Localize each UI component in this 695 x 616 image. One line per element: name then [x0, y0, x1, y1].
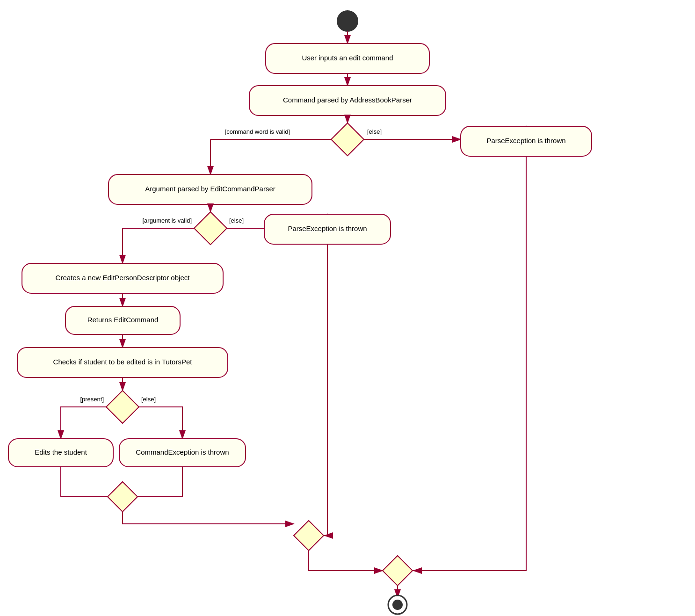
path-d3-ce	[139, 407, 182, 439]
end-inner	[392, 600, 403, 610]
label-else2: [else]	[229, 217, 244, 224]
label-else3: [else]	[141, 396, 156, 403]
path-d2-creates	[123, 228, 194, 263]
start-node	[337, 11, 358, 31]
path-d5-d6	[309, 551, 383, 571]
node-pe2: ParseException is thrown	[264, 214, 391, 244]
svg-marker-26	[294, 521, 324, 551]
svg-text:ParseException is thrown: ParseException is thrown	[288, 225, 367, 232]
svg-text:Argument parsed by EditCommand: Argument parsed by EditCommandParser	[145, 185, 275, 193]
path-d3-edits	[61, 407, 106, 439]
node-returns: Returns EditCommand	[65, 306, 180, 334]
line-pe1-d6	[413, 156, 526, 571]
decision6	[383, 556, 413, 586]
node-ce: CommandException is thrown	[119, 439, 246, 467]
node-user-input: User inputs an edit command	[266, 43, 429, 73]
label-else1: [else]	[367, 128, 382, 135]
svg-text:User inputs an edit command: User inputs an edit command	[302, 54, 393, 62]
decision2	[194, 212, 227, 245]
svg-marker-11	[194, 212, 227, 245]
svg-text:Checks if student to be edited: Checks if student to be edited is in Tut…	[53, 358, 193, 366]
svg-marker-20	[106, 391, 139, 423]
node-checks: Checks if student to be edited is in Tut…	[17, 348, 228, 377]
svg-text:ParseException is thrown: ParseException is thrown	[486, 137, 565, 145]
decision4	[108, 482, 138, 512]
diagram-container: User inputs an edit commandCommand parse…	[0, 0, 695, 616]
node-pe1: ParseException is thrown	[461, 126, 592, 156]
svg-marker-25	[108, 482, 138, 512]
path-d4-d5	[123, 512, 294, 524]
node-creates: Creates a new EditPersonDescriptor objec…	[22, 263, 223, 293]
decision3	[106, 391, 139, 423]
svg-marker-27	[383, 556, 413, 586]
label-valid: [command word is valid]	[225, 128, 290, 135]
svg-text:Edits the student: Edits the student	[35, 448, 87, 456]
svg-marker-6	[331, 123, 364, 156]
node-edits-student: Edits the student	[8, 439, 113, 467]
svg-text:Command parsed by AddressBookP: Command parsed by AddressBookParser	[283, 96, 412, 104]
uml-diagram: User inputs an edit commandCommand parse…	[0, 0, 695, 616]
svg-text:CommandException is thrown: CommandException is thrown	[136, 448, 229, 456]
line-pe2-d5	[324, 244, 327, 536]
node-command-parsed: Command parsed by AddressBookParser	[249, 86, 446, 116]
node-arg-parsed: Argument parsed by EditCommandParser	[109, 174, 312, 204]
decision1	[331, 123, 364, 156]
label-arg-valid: [argument is valid]	[143, 217, 192, 224]
svg-text:Creates a new EditPersonDescri: Creates a new EditPersonDescriptor objec…	[56, 274, 190, 282]
decision5	[294, 521, 324, 551]
label-present: [present]	[80, 396, 104, 403]
svg-text:Returns EditCommand: Returns EditCommand	[87, 316, 159, 324]
